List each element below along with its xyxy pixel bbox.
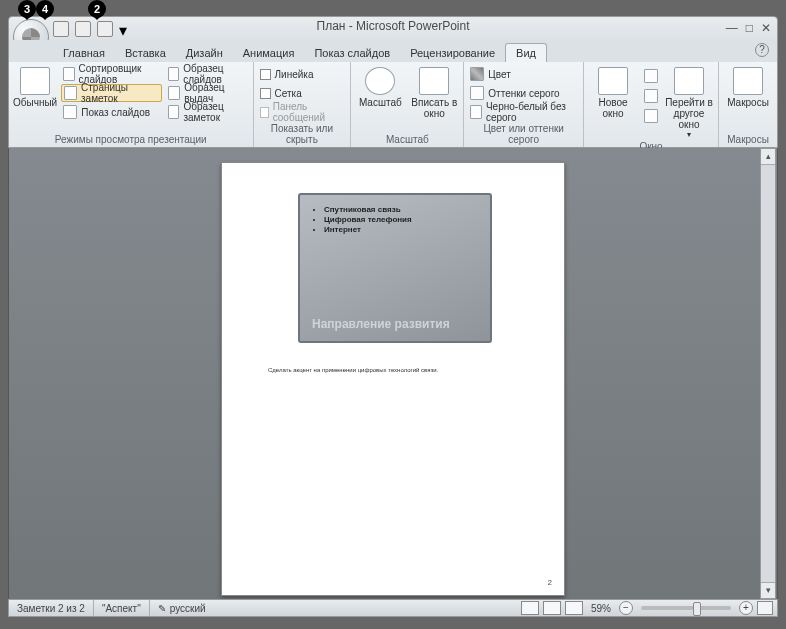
notes-page-label: Страницы заметок: [81, 82, 159, 104]
callout-2: 2: [88, 0, 106, 18]
fit-window-button[interactable]: Вписать в окно: [409, 65, 459, 119]
group-show-label: Показать или скрыть: [258, 121, 347, 147]
status-language[interactable]: ✎ русский: [150, 600, 214, 616]
restore-button[interactable]: □: [746, 21, 753, 35]
tab-home[interactable]: Главная: [53, 44, 115, 62]
checkbox-icon: [260, 107, 269, 118]
normal-view-icon: [20, 67, 50, 95]
switch-window-label: Перейти в другое окно: [664, 97, 714, 130]
tab-insert[interactable]: Вставка: [115, 44, 176, 62]
group-window: Новое окно Перейти в другое окно▾ Окно: [584, 62, 719, 147]
handout-master-button[interactable]: Образец выдач: [166, 84, 249, 102]
ruler-label: Линейка: [275, 69, 314, 80]
status-language-label: русский: [170, 603, 206, 614]
normal-view-label: Обычный: [13, 97, 57, 108]
status-theme[interactable]: "Аспект": [94, 600, 150, 616]
ribbon-tabs: Главная Вставка Дизайн Анимация Показ сл…: [8, 40, 778, 62]
status-page-info[interactable]: Заметки 2 из 2: [9, 600, 94, 616]
zoom-slider[interactable]: [641, 606, 731, 610]
group-zoom-label: Масштаб: [355, 132, 459, 147]
slide-sorter-button[interactable]: Сортировщик слайдов: [61, 65, 162, 83]
minimize-button[interactable]: —: [726, 21, 738, 35]
macros-button[interactable]: Макросы: [723, 65, 773, 108]
tab-review[interactable]: Рецензирование: [400, 44, 505, 62]
group-color-grayscale: Цвет Оттенки серого Черно-белый без серо…: [464, 62, 584, 147]
zoom-label: Масштаб: [359, 97, 402, 108]
tab-view[interactable]: Вид: [505, 43, 547, 62]
spellcheck-icon: ✎: [158, 603, 166, 614]
notes-master-label: Образец заметок: [183, 101, 246, 123]
message-bar-checkbox[interactable]: Панель сообщений: [258, 103, 347, 121]
view-normal-button[interactable]: [521, 601, 539, 615]
notes-page[interactable]: Спутниковая связь Цифровая телефония Инт…: [221, 162, 565, 596]
slide-master-button[interactable]: Образец слайдов: [166, 65, 249, 83]
color-icon: [470, 67, 484, 81]
handout-master-icon: [168, 86, 180, 100]
notes-page-icon: [64, 86, 77, 100]
tab-slideshow[interactable]: Показ слайдов: [304, 44, 400, 62]
page-number: 2: [548, 578, 552, 587]
help-icon[interactable]: ?: [755, 43, 769, 57]
status-right: 59% − +: [517, 601, 777, 615]
view-slideshow-button[interactable]: [565, 601, 583, 615]
grayscale-label: Оттенки серого: [488, 88, 559, 99]
grayscale-button[interactable]: Оттенки серого: [468, 84, 579, 102]
normal-view-button[interactable]: Обычный: [13, 65, 57, 121]
chevron-down-icon: ▾: [687, 130, 691, 139]
black-white-button[interactable]: Черно-белый без серого: [468, 103, 579, 121]
group-macros: Макросы Макросы: [719, 62, 777, 147]
slideshow-label: Показ слайдов: [81, 107, 150, 118]
view-sorter-button[interactable]: [543, 601, 561, 615]
color-label: Цвет: [488, 69, 510, 80]
new-window-label: Новое окно: [588, 97, 638, 119]
vertical-scrollbar[interactable]: ▴ ▾: [760, 148, 776, 599]
notes-master-icon: [168, 105, 180, 119]
notes-page-button[interactable]: Страницы заметок: [61, 84, 162, 102]
split-icon: [644, 109, 658, 123]
callout-4: 4: [36, 0, 54, 18]
black-white-label: Черно-белый без серого: [486, 101, 577, 123]
slideshow-button[interactable]: Показ слайдов: [61, 103, 162, 121]
color-button[interactable]: Цвет: [468, 65, 579, 83]
scroll-down-arrow-icon[interactable]: ▾: [761, 582, 775, 598]
fit-window-label: Вписать в окно: [409, 97, 459, 119]
new-window-button[interactable]: Новое окно: [588, 65, 638, 139]
move-split-button[interactable]: [642, 107, 660, 125]
fit-to-window-button[interactable]: [757, 601, 773, 615]
group-zoom: Масштаб Вписать в окно Масштаб: [351, 62, 464, 147]
switch-window-icon: [674, 67, 704, 95]
group-views-label: Режимы просмотра презентации: [13, 132, 249, 147]
grid-checkbox[interactable]: Сетка: [258, 84, 347, 102]
callout-3: 3: [18, 0, 36, 18]
group-show-hide: Линейка Сетка Панель сообщений Показать …: [254, 62, 352, 147]
checkbox-icon: [260, 88, 271, 99]
zoom-icon: [365, 67, 395, 95]
arrange-all-button[interactable]: [642, 67, 660, 85]
bullet-item: Интернет: [324, 225, 478, 234]
notes-text[interactable]: Сделать акцент на применении цифровых те…: [268, 367, 438, 373]
slide-thumbnail[interactable]: Спутниковая связь Цифровая телефония Инт…: [298, 193, 492, 343]
switch-window-button[interactable]: Перейти в другое окно▾: [664, 65, 714, 139]
cascade-button[interactable]: [642, 87, 660, 105]
fit-window-icon: [419, 67, 449, 95]
black-white-icon: [470, 105, 482, 119]
grayscale-icon: [470, 86, 484, 100]
zoom-in-button[interactable]: +: [739, 601, 753, 615]
window-buttons: — □ ✕: [726, 21, 771, 35]
tab-animation[interactable]: Анимация: [233, 44, 305, 62]
tab-design[interactable]: Дизайн: [176, 44, 233, 62]
group-color-label: Цвет или оттенки серого: [468, 121, 579, 147]
ruler-checkbox[interactable]: Линейка: [258, 65, 347, 83]
slide-sorter-icon: [63, 67, 74, 81]
notes-master-button[interactable]: Образец заметок: [166, 103, 249, 121]
message-bar-label: Панель сообщений: [273, 101, 345, 123]
zoom-percent[interactable]: 59%: [591, 603, 611, 614]
document-area[interactable]: Спутниковая связь Цифровая телефония Инт…: [8, 148, 778, 599]
scroll-up-arrow-icon[interactable]: ▴: [761, 149, 775, 165]
group-macros-label: Макросы: [723, 132, 773, 147]
slide-title: Направление развития: [312, 317, 450, 331]
zoom-button[interactable]: Масштаб: [355, 65, 405, 119]
bullet-item: Спутниковая связь: [324, 205, 478, 214]
zoom-out-button[interactable]: −: [619, 601, 633, 615]
close-button[interactable]: ✕: [761, 21, 771, 35]
